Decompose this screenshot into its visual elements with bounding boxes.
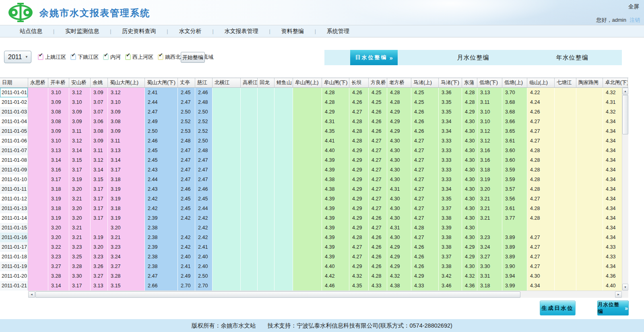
value-cell[interactable] — [576, 107, 603, 117]
value-cell[interactable] — [275, 175, 293, 184]
value-cell[interactable]: 4.29 — [349, 262, 369, 271]
value-cell[interactable] — [258, 252, 275, 262]
value-cell[interactable]: 3.10 — [69, 97, 91, 107]
value-cell[interactable]: 4.28 — [349, 126, 369, 136]
value-cell[interactable]: 4.32 — [349, 271, 369, 281]
value-cell[interactable] — [576, 223, 603, 233]
value-cell[interactable]: 4.39 — [322, 213, 349, 223]
value-cell[interactable]: 3.68 — [502, 97, 527, 107]
value-cell[interactable]: 4.39 — [322, 204, 349, 213]
value-cell[interactable] — [576, 204, 603, 213]
value-cell[interactable]: 4.27 — [411, 213, 439, 223]
value-cell[interactable]: 3.28 — [48, 271, 69, 281]
fullscreen-link[interactable]: 全屏 — [628, 3, 639, 10]
value-cell[interactable] — [555, 126, 576, 136]
date-cell[interactable]: 2011-01-21 — [0, 281, 28, 291]
value-cell[interactable] — [258, 223, 275, 233]
value-cell[interactable]: 4.27 — [369, 155, 387, 165]
value-cell[interactable]: 4.38 — [387, 281, 411, 291]
value-cell[interactable]: 2.46 — [178, 184, 195, 194]
value-cell[interactable]: 3.10 — [48, 136, 69, 146]
value-cell[interactable]: 3.94 — [502, 271, 527, 281]
value-cell[interactable] — [178, 223, 195, 233]
value-cell[interactable]: 3.11 — [108, 136, 145, 146]
value-cell[interactable]: 3.18 — [48, 204, 69, 213]
value-cell[interactable] — [293, 136, 322, 146]
value-cell[interactable] — [555, 175, 576, 184]
value-cell[interactable]: 2.42 — [145, 204, 178, 213]
value-cell[interactable] — [213, 88, 241, 97]
date-cell[interactable]: 2011-01-14 — [0, 213, 28, 223]
value-cell[interactable]: 2.40 — [178, 252, 195, 262]
value-cell[interactable]: 4.22 — [527, 88, 555, 97]
value-cell[interactable] — [213, 155, 241, 165]
value-cell[interactable]: 4.26 — [369, 233, 387, 242]
value-cell[interactable] — [241, 204, 258, 213]
value-cell[interactable]: 4.29 — [349, 223, 369, 233]
value-cell[interactable]: 4.29 — [349, 165, 369, 175]
value-cell[interactable]: 2.46 — [195, 88, 213, 97]
region-checkbox-item[interactable]: ✔西上河区 — [125, 54, 153, 61]
value-cell[interactable]: 4.28 — [349, 136, 369, 146]
value-cell[interactable] — [275, 223, 293, 233]
region-checkbox-item[interactable]: ✔上姚江区 — [38, 54, 66, 61]
start-compile-button[interactable]: 开始整编 — [181, 52, 205, 63]
value-cell[interactable]: 2.47 — [195, 175, 213, 184]
region-checkbox-item[interactable]: ✔下姚江区 — [70, 54, 99, 61]
value-cell[interactable]: 2.42 — [178, 242, 195, 252]
value-cell[interactable]: 3.20 — [108, 223, 145, 233]
value-cell[interactable]: 3.17 — [69, 165, 91, 175]
value-cell[interactable]: 3.20 — [91, 242, 108, 252]
value-cell[interactable] — [293, 194, 322, 204]
value-cell[interactable]: 3.14 — [108, 155, 145, 165]
value-cell[interactable]: 3.28 — [108, 271, 145, 281]
value-cell[interactable] — [527, 223, 555, 233]
value-cell[interactable]: 3.12 — [91, 155, 108, 165]
value-cell[interactable] — [28, 242, 48, 252]
value-cell[interactable]: 3.23 — [108, 242, 145, 252]
value-cell[interactable]: 3.23 — [48, 252, 69, 262]
value-cell[interactable] — [28, 175, 48, 184]
value-cell[interactable] — [576, 88, 603, 97]
value-cell[interactable]: 4.27 — [527, 242, 555, 252]
value-cell[interactable] — [213, 271, 241, 281]
value-cell[interactable] — [293, 223, 322, 233]
value-cell[interactable] — [502, 223, 527, 233]
value-cell[interactable] — [258, 184, 275, 194]
value-cell[interactable]: 4.29 — [349, 175, 369, 184]
value-cell[interactable]: 3.08 — [108, 117, 145, 126]
value-cell[interactable]: 4.27 — [411, 136, 439, 146]
value-cell[interactable]: 4.27 — [369, 146, 387, 155]
value-cell[interactable] — [241, 194, 258, 204]
value-cell[interactable]: 4.26 — [349, 97, 369, 107]
value-cell[interactable]: 3.06 — [91, 117, 108, 126]
value-cell[interactable]: 3.22 — [48, 242, 69, 252]
value-cell[interactable]: 3.60 — [502, 146, 527, 155]
value-cell[interactable]: 3.15 — [108, 281, 145, 291]
generate-daily-button[interactable]: 生成日水位 — [540, 301, 576, 316]
value-cell[interactable] — [213, 233, 241, 242]
value-cell[interactable] — [275, 242, 293, 252]
value-cell[interactable] — [28, 88, 48, 97]
value-cell[interactable] — [258, 165, 275, 175]
value-cell[interactable] — [258, 262, 275, 271]
value-cell[interactable] — [477, 223, 502, 233]
value-cell[interactable] — [555, 281, 576, 291]
value-cell[interactable] — [241, 107, 258, 117]
value-cell[interactable] — [293, 184, 322, 194]
value-cell[interactable] — [576, 262, 603, 271]
nav-item-3[interactable]: 历史资料查询 — [111, 28, 167, 35]
value-cell[interactable]: 3.68 — [502, 107, 527, 117]
value-cell[interactable] — [576, 213, 603, 223]
value-cell[interactable]: 3.21 — [108, 233, 145, 242]
value-cell[interactable] — [555, 155, 576, 165]
value-cell[interactable]: 3.15 — [91, 175, 108, 184]
value-cell[interactable] — [576, 126, 603, 136]
value-cell[interactable] — [555, 223, 576, 233]
tab-yearly-water-level[interactable]: 年水位整编 — [556, 54, 588, 62]
value-cell[interactable]: 4.26 — [411, 252, 439, 262]
value-cell[interactable]: 3.10 — [48, 88, 69, 97]
value-cell[interactable]: 2.45 — [178, 88, 195, 97]
value-cell[interactable]: 4.30 — [462, 213, 477, 223]
checkbox[interactable]: ✔ — [158, 54, 163, 60]
